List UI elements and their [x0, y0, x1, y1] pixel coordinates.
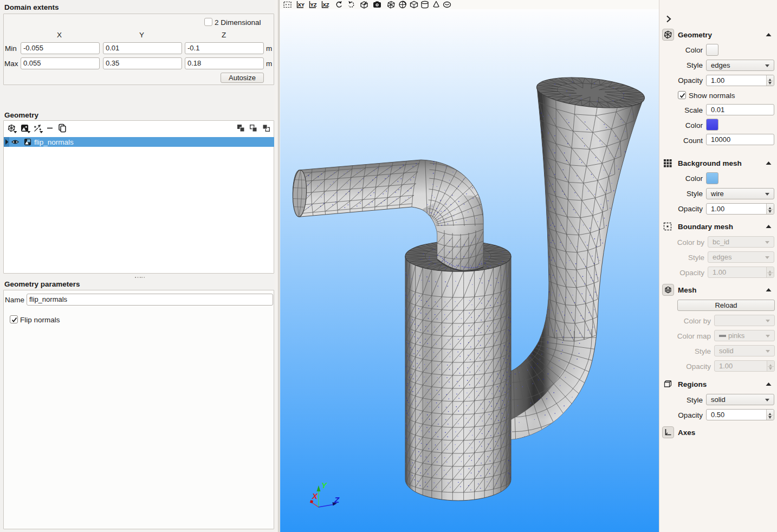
svg-text:XZ: XZ [323, 2, 329, 8]
svg-text:X: X [312, 491, 318, 501]
svg-text:Z: Z [334, 495, 340, 504]
svg-text:YZ: YZ [310, 2, 317, 8]
svg-text:XY: XY [298, 2, 305, 8]
